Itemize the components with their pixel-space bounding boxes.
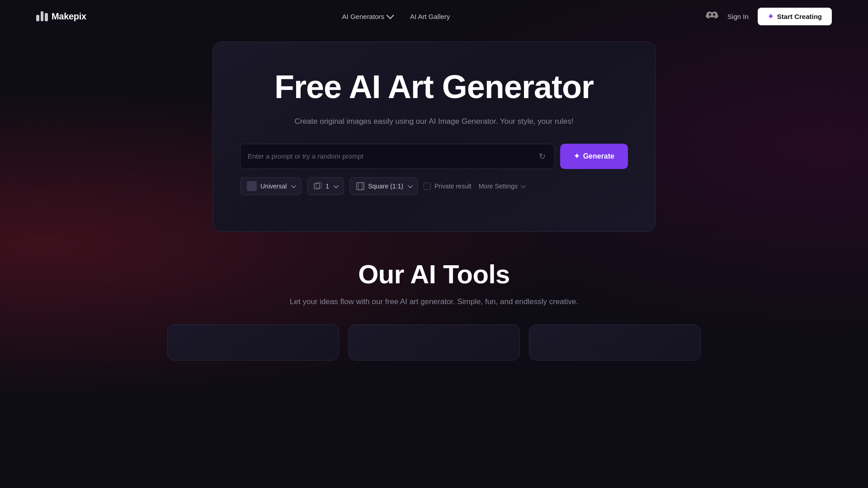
style-preview — [247, 181, 257, 191]
private-result-toggle[interactable]: Private result — [424, 183, 472, 190]
logo-icon — [36, 11, 48, 21]
tool-card-2[interactable] — [348, 324, 520, 361]
aspect-ratio-selector[interactable]: Square (1:1) — [349, 177, 418, 195]
style-chevron-icon — [291, 183, 296, 188]
logo-text: Makepix — [52, 11, 86, 22]
tools-title: Our AI Tools — [0, 259, 868, 289]
nav-link-gallery[interactable]: AI Art Gallery — [410, 13, 450, 20]
chevron-down-icon — [387, 11, 394, 19]
tools-cards-row — [0, 324, 868, 361]
more-settings-toggle[interactable]: More Settings — [479, 183, 524, 190]
images-icon — [314, 182, 322, 190]
ratio-chevron-icon — [408, 183, 413, 188]
svg-rect-2 — [357, 183, 364, 190]
sign-in-link[interactable]: Sign In — [727, 13, 749, 20]
style-selector[interactable]: Universal — [240, 177, 302, 195]
start-creating-button[interactable]: ✦ Start Creating — [758, 8, 832, 25]
logo-bar-3 — [45, 13, 48, 21]
aspect-ratio-icon — [356, 182, 364, 190]
hero-subtitle: Create original images easily using our … — [240, 116, 628, 127]
nav-link-generators[interactable]: AI Generators — [342, 13, 392, 20]
more-settings-chevron-icon — [521, 183, 526, 188]
generate-button[interactable]: ✦ Generate — [560, 144, 628, 169]
discord-icon[interactable] — [706, 11, 718, 21]
hero-card: Free AI Art Generator Create original im… — [212, 42, 656, 232]
prompt-input-wrapper: ↻ — [240, 144, 555, 169]
count-selector[interactable]: 1 — [307, 177, 344, 195]
hero-container: Free AI Art Generator Create original im… — [0, 33, 868, 232]
count-chevron-icon — [334, 183, 339, 188]
tools-subtitle: Let your ideas flow with our free AI art… — [0, 297, 868, 306]
prompt-input[interactable] — [248, 152, 538, 160]
tools-section: Our AI Tools Let your ideas flow with ou… — [0, 232, 868, 374]
tool-card-3[interactable] — [529, 324, 701, 361]
hero-title: Free AI Art Generator — [240, 69, 628, 105]
generate-sparkle-icon: ✦ — [574, 152, 580, 160]
navbar: Makepix AI Generators AI Art Gallery Sig… — [0, 0, 868, 33]
nav-center: AI Generators AI Art Gallery — [342, 13, 450, 20]
logo[interactable]: Makepix — [36, 11, 86, 22]
refresh-icon[interactable]: ↻ — [538, 152, 547, 161]
logo-bar-1 — [36, 15, 39, 21]
nav-right: Sign In ✦ Start Creating — [706, 8, 832, 25]
prompt-row: ↻ ✦ Generate — [240, 144, 628, 169]
sparkle-icon: ✦ — [768, 12, 774, 21]
logo-bar-2 — [41, 11, 44, 21]
controls-row: Universal 1 Square (1:1) — [240, 177, 628, 195]
tool-card-1[interactable] — [167, 324, 339, 361]
private-result-checkbox[interactable] — [424, 183, 431, 190]
